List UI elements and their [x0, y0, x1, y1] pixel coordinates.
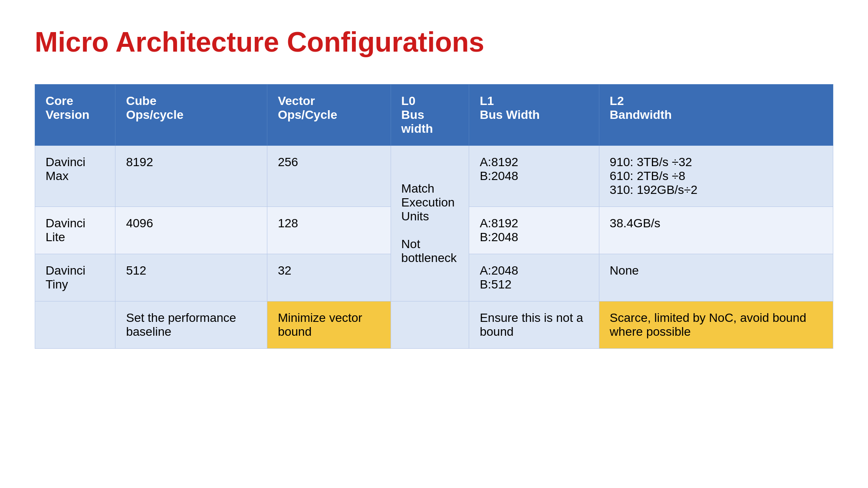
- cell-note-l2: Scarce, limited by NoC, avoid bound wher…: [599, 301, 833, 349]
- config-table: Core Version Cube Ops/cycle Vector Ops/C…: [35, 84, 833, 349]
- cell-note-core: [35, 301, 115, 349]
- cell-cube-ops: 4096: [115, 207, 267, 254]
- cell-l2-bw: 910: 3TB/s ÷32610: 2TB/s ÷8310: 192GB/s÷…: [599, 146, 833, 207]
- cell-l2-bw: None: [599, 254, 833, 301]
- table-row: Davinci Max 8192 256 MatchExecutionUnits…: [35, 146, 833, 207]
- cell-note-l1: Ensure this is not a bound: [469, 301, 599, 349]
- cell-vector-ops: 128: [267, 207, 391, 254]
- cell-core-version: Davinci Tiny: [35, 254, 115, 301]
- header-l2-bw: L2 Bandwidth: [599, 85, 833, 146]
- cell-note-l0: [391, 301, 469, 349]
- notes-row: Set the performance baseline Minimize ve…: [35, 301, 833, 349]
- cell-l0-bus: MatchExecutionUnitsNotbottleneck: [391, 146, 469, 301]
- header-vector-ops: Vector Ops/Cycle: [267, 85, 391, 146]
- cell-note-cube: Set the performance baseline: [115, 301, 267, 349]
- cell-cube-ops: 8192: [115, 146, 267, 207]
- cell-l1-bus: A:8192B:2048: [469, 146, 599, 207]
- cell-l1-bus: A:8192B:2048: [469, 207, 599, 254]
- header-cube-ops: Cube Ops/cycle: [115, 85, 267, 146]
- header-l1-bus: L1 Bus Width: [469, 85, 599, 146]
- cell-vector-ops: 32: [267, 254, 391, 301]
- header-l0-bus: L0 Bus width: [391, 85, 469, 146]
- table-header-row: Core Version Cube Ops/cycle Vector Ops/C…: [35, 85, 833, 146]
- page-container: Micro Architecture Configurations Core V…: [0, 0, 868, 375]
- cell-core-version: Davinci Lite: [35, 207, 115, 254]
- cell-l1-bus: A:2048B:512: [469, 254, 599, 301]
- cell-note-vector: Minimize vector bound: [267, 301, 391, 349]
- cell-cube-ops: 512: [115, 254, 267, 301]
- cell-vector-ops: 256: [267, 146, 391, 207]
- header-core-version: Core Version: [35, 85, 115, 146]
- page-title: Micro Architecture Configurations: [35, 26, 833, 58]
- cell-core-version: Davinci Max: [35, 146, 115, 207]
- cell-l2-bw: 38.4GB/s: [599, 207, 833, 254]
